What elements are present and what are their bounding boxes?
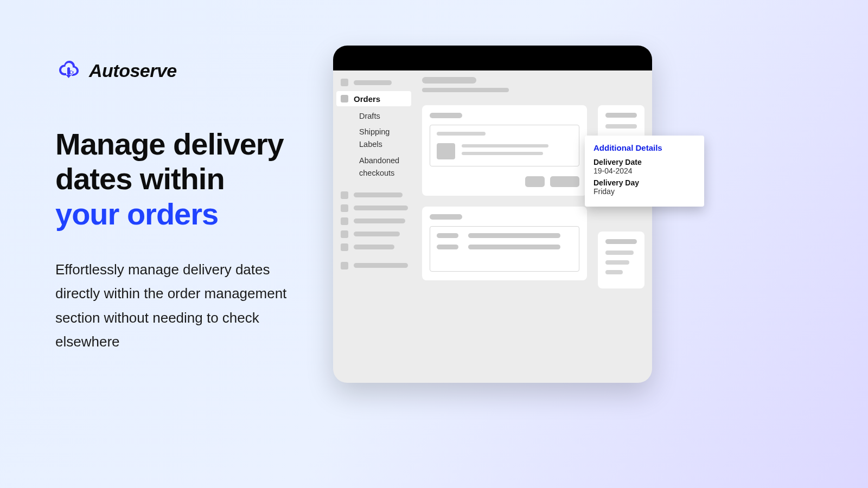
placeholder-bar <box>354 192 403 197</box>
sidebar-sub-shipping-labels[interactable]: Shipping Labels <box>333 124 414 152</box>
cloud-tap-icon <box>55 59 81 82</box>
page-title-placeholder <box>422 77 476 84</box>
headline-line-1: Manage delivery <box>55 127 284 161</box>
sidebar-item-placeholder[interactable] <box>333 228 414 241</box>
card-title-placeholder <box>605 239 637 244</box>
line-item-box <box>430 125 579 166</box>
headline: Manage delivery dates within your orders <box>55 127 305 232</box>
nav-icon <box>341 79 348 86</box>
placeholder-bar <box>354 232 400 236</box>
orders-icon <box>341 95 348 102</box>
placeholder-bar <box>354 245 394 249</box>
sidebar-item-placeholder[interactable] <box>333 241 414 254</box>
sidebar-item-placeholder[interactable] <box>333 259 414 272</box>
nav-icon <box>341 217 348 225</box>
sidebar-item-orders[interactable]: Orders <box>336 91 411 106</box>
subtext: Effortlessly manage delivery dates direc… <box>55 258 294 354</box>
nav-icon <box>341 204 348 212</box>
placeholder-bar <box>437 245 458 249</box>
headline-accent: your orders <box>55 197 218 231</box>
nav-icon <box>341 243 348 251</box>
placeholder-bar <box>462 144 548 147</box>
delivery-date-label: Delivery Date <box>593 158 695 166</box>
summary-box <box>430 226 579 272</box>
side-notes-card <box>598 232 644 288</box>
delivery-day-value: Friday <box>593 187 695 196</box>
placeholder-bar <box>354 206 408 210</box>
placeholder-bar <box>437 132 486 136</box>
svg-rect-0 <box>67 67 70 75</box>
sidebar-sub-drafts[interactable]: Drafts <box>333 108 414 124</box>
card-title-placeholder <box>430 214 462 220</box>
placeholder-bar <box>468 233 560 238</box>
card-actions <box>430 176 579 187</box>
nav-icon <box>341 230 348 238</box>
placeholder-bar <box>605 260 629 265</box>
titlebar <box>333 46 652 70</box>
placeholder-bar <box>354 80 392 85</box>
placeholder-bar <box>354 219 405 223</box>
sidebar-item-placeholder[interactable] <box>333 202 414 215</box>
nav-icon <box>341 191 348 199</box>
brand-name: Autoserve <box>89 60 177 81</box>
popout-title: Additional Details <box>593 143 695 152</box>
product-thumbnail <box>437 143 455 159</box>
placeholder-bar <box>437 233 458 238</box>
sidebar-orders-label: Orders <box>354 94 380 104</box>
placeholder-bar <box>462 152 543 155</box>
placeholder-bar <box>354 263 408 268</box>
order-details-card <box>422 105 587 196</box>
page-header <box>422 77 644 92</box>
page-subtitle-placeholder <box>422 88 509 92</box>
order-summary-card <box>422 207 587 280</box>
card-title-placeholder <box>605 113 637 118</box>
sidebar-sub-abandoned-checkouts[interactable]: Abandoned checkouts <box>333 153 414 181</box>
sidebar-item-placeholder[interactable] <box>333 215 414 228</box>
placeholder-bar <box>605 270 623 274</box>
nav-icon <box>341 262 348 269</box>
marketing-column: Autoserve Manage delivery dates within y… <box>55 59 305 354</box>
sidebar: Orders Drafts Shipping Labels Abandoned … <box>333 70 414 383</box>
sidebar-item-placeholder[interactable] <box>333 76 414 89</box>
delivery-date-value: 19-04-2024 <box>593 166 695 175</box>
delivery-day-label: Delivery Day <box>593 178 695 187</box>
app-window: Orders Drafts Shipping Labels Abandoned … <box>333 46 652 383</box>
card-title-placeholder <box>430 113 462 118</box>
brand: Autoserve <box>55 59 305 82</box>
placeholder-bar <box>468 245 560 249</box>
additional-details-popout: Additional Details Delivery Date 19-04-2… <box>585 136 704 207</box>
placeholder-bar <box>605 124 637 129</box>
action-button-placeholder[interactable] <box>550 176 579 187</box>
placeholder-bar <box>605 251 634 255</box>
sidebar-item-placeholder[interactable] <box>333 189 414 202</box>
action-button-placeholder[interactable] <box>525 176 545 187</box>
main-content: Additional Details Delivery Date 19-04-2… <box>414 70 652 383</box>
headline-line-2: dates within <box>55 162 225 196</box>
